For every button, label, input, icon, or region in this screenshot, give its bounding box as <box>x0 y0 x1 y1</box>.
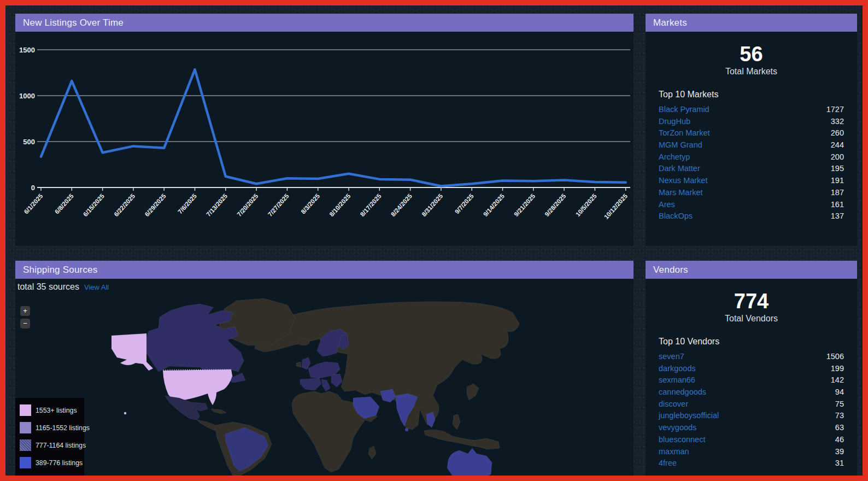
vendor-link[interactable]: 4free <box>659 459 677 467</box>
legend-label: 389-776 listings <box>36 459 83 467</box>
x-axis-tick-label: 6/29/2025 <box>144 192 168 218</box>
vendor-value: 142 <box>831 376 844 384</box>
x-axis-tick-label: 8/24/2025 <box>390 192 414 218</box>
panel-shipping-sources: Shipping Sources total 35 sources View A… <box>15 261 634 476</box>
map-region-australia <box>447 448 492 476</box>
market-link[interactable]: Black Pyramid <box>659 105 709 114</box>
vendor-link[interactable]: maxman <box>659 447 689 456</box>
market-link[interactable]: BlackOps <box>659 212 693 220</box>
panel-new-listings: New Listings Over Time 0500100015006/1/2… <box>15 14 634 246</box>
market-link[interactable]: Archetyp <box>659 152 690 161</box>
world-map <box>15 279 634 476</box>
x-axis-tick-label: 6/8/2025 <box>54 192 75 215</box>
map-region-balkans <box>331 374 342 387</box>
market-link[interactable]: MGM Grand <box>659 140 702 149</box>
map-region-philippines <box>453 414 460 430</box>
market-link[interactable]: DrugHub <box>659 117 690 126</box>
vendor-value: 39 <box>835 447 844 456</box>
vendor-value: 94 <box>835 388 844 396</box>
dashboard: New Listings Over Time 0500100015006/1/2… <box>5 5 863 476</box>
map-region-spain <box>300 378 321 390</box>
x-axis-tick-label: 6/1/2025 <box>23 192 44 215</box>
legend-swatch <box>20 457 31 468</box>
panel-title-new-listings: New Listings Over Time <box>15 14 634 32</box>
map-region-sri-lanka <box>405 428 408 431</box>
list-item: sexman66142 <box>659 376 844 388</box>
legend-label: 777-1164 listings <box>36 442 86 449</box>
x-axis-tick-label: 9/7/2025 <box>454 192 475 215</box>
map-region-new-guinea <box>472 438 500 449</box>
map-zoom-out-button[interactable]: − <box>20 319 30 329</box>
market-link[interactable]: Mars Market <box>659 188 703 197</box>
list-item: BlackOps137 <box>659 212 844 224</box>
x-axis-tick-label: 7/20/2025 <box>236 192 260 218</box>
list-item: Dark Matter195 <box>659 164 844 176</box>
page-frame: New Listings Over Time 0500100015006/1/2… <box>0 0 868 481</box>
top-markets-title: Top 10 Markets <box>646 90 857 99</box>
list-item: discover75 <box>659 400 844 412</box>
map-region-afghanistan <box>380 389 396 402</box>
market-value: 191 <box>831 176 844 185</box>
vendor-value: 199 <box>831 364 844 373</box>
vendor-link[interactable]: seven7 <box>659 352 684 361</box>
market-link[interactable]: Ares <box>659 200 675 209</box>
vendor-value: 75 <box>835 400 844 408</box>
x-axis-tick-label: 8/3/2025 <box>300 192 321 215</box>
panel-title-markets: Markets <box>646 14 857 32</box>
legend-row: 1165-1552 listings <box>20 422 80 433</box>
market-link[interactable]: Nexus Market <box>659 176 707 185</box>
market-value: 161 <box>831 200 844 209</box>
legend-label: 1553+ listings <box>36 407 77 414</box>
list-item: Black Pyramid1727 <box>659 105 844 117</box>
legend-row: 777-1164 listings <box>20 439 80 451</box>
x-axis-tick-label: 6/22/2025 <box>113 192 137 218</box>
map-region-ireland <box>296 362 301 367</box>
market-link[interactable]: TorZon Market <box>659 128 709 137</box>
x-axis-tick-label: 6/15/2025 <box>82 192 106 218</box>
legend-label: 1165-1552 listings <box>36 424 90 432</box>
vendor-value: 1506 <box>826 352 844 361</box>
panel-vendors: Vendors 774 Total Vendors Top 10 Vendors… <box>646 261 857 476</box>
top-vendors-list: seven71506darkgoods199sexman66142cannedg… <box>646 352 857 471</box>
market-value: 1727 <box>826 105 844 114</box>
legend-swatch <box>20 422 31 433</box>
list-item: cannedgoods94 <box>659 388 844 400</box>
y-axis-tick-label: 500 <box>23 138 35 146</box>
vendor-link[interactable]: bluesconnect <box>659 435 705 444</box>
list-item: seven71506 <box>659 352 844 364</box>
x-axis-tick-label: 8/10/2025 <box>328 192 352 218</box>
list-item: 4free31 <box>659 459 844 471</box>
total-vendors-count: 774 <box>646 290 857 313</box>
panel-title-vendors: Vendors <box>646 261 857 279</box>
legend-swatch <box>20 439 31 451</box>
x-axis-tick-label: 10/12/2025 <box>603 192 629 220</box>
vendor-link[interactable]: darkgoods <box>659 364 696 373</box>
vendor-value: 63 <box>835 423 844 432</box>
vendor-link[interactable]: sexman66 <box>659 376 695 384</box>
vendor-value: 31 <box>835 459 844 467</box>
vendor-link[interactable]: cannedgoods <box>659 388 706 396</box>
total-markets-label: Total Markets <box>646 67 857 77</box>
total-vendors-label: Total Vendors <box>646 314 857 324</box>
market-value: 137 <box>831 212 844 220</box>
list-item: Mars Market187 <box>659 188 844 200</box>
y-axis-tick-label: 1000 <box>19 92 35 100</box>
vendor-link[interactable]: discover <box>659 400 688 408</box>
map-zoom-in-button[interactable]: + <box>20 306 30 316</box>
market-link[interactable]: Dark Matter <box>659 164 700 173</box>
legend-row: 1553+ listings <box>20 404 80 416</box>
x-axis-tick-label: 9/14/2025 <box>482 192 506 218</box>
panel-title-shipping-sources: Shipping Sources <box>15 261 634 279</box>
list-item: Nexus Market191 <box>659 176 844 188</box>
list-item: TorZon Market260 <box>659 128 844 140</box>
market-value: 244 <box>831 140 844 149</box>
vendor-link[interactable]: jungleboysofficial <box>659 411 719 420</box>
map-region-japan <box>467 384 479 400</box>
x-axis-tick-label: 10/5/2025 <box>574 192 599 218</box>
top-vendors-title: Top 10 Vendors <box>646 337 857 347</box>
map-region-italy <box>321 379 330 391</box>
list-item: Ares161 <box>659 200 844 212</box>
top-markets-list: Black Pyramid1727DrugHub332TorZon Market… <box>646 105 857 224</box>
vendor-link[interactable]: vevygoods <box>659 423 696 432</box>
total-markets-count: 56 <box>646 43 857 66</box>
